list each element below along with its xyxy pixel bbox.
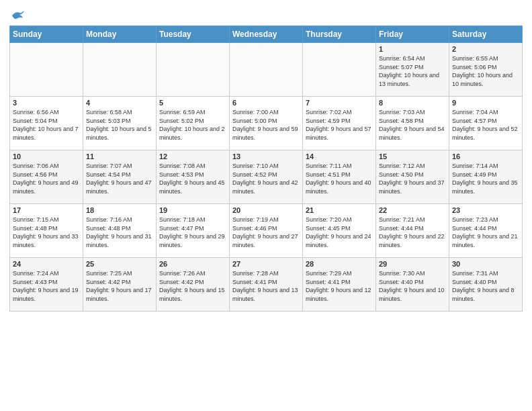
calendar-cell: 15Sunrise: 7:12 AM Sunset: 4:50 PM Dayli… — [376, 150, 449, 204]
day-info: Sunrise: 7:18 AM Sunset: 4:47 PM Dayligh… — [159, 216, 226, 249]
day-number: 20 — [232, 206, 300, 214]
calendar-header-saturday: Saturday — [449, 26, 523, 43]
day-info: Sunrise: 7:12 AM Sunset: 4:50 PM Dayligh… — [379, 162, 446, 195]
calendar-cell: 2Sunrise: 6:55 AM Sunset: 5:06 PM Daylig… — [449, 43, 523, 97]
calendar-cell: 7Sunrise: 7:02 AM Sunset: 4:59 PM Daylig… — [303, 97, 376, 150]
day-info: Sunrise: 7:29 AM Sunset: 4:41 PM Dayligh… — [306, 269, 373, 303]
calendar-cell: 17Sunrise: 7:15 AM Sunset: 4:48 PM Dayli… — [10, 204, 83, 258]
calendar-cell: 4Sunrise: 6:58 AM Sunset: 5:03 PM Daylig… — [83, 97, 157, 150]
calendar-week-3: 10Sunrise: 7:06 AM Sunset: 4:56 PM Dayli… — [10, 150, 523, 204]
day-info: Sunrise: 7:31 AM Sunset: 4:40 PM Dayligh… — [452, 269, 519, 303]
calendar-cell: 10Sunrise: 7:06 AM Sunset: 4:56 PM Dayli… — [10, 150, 83, 204]
calendar-cell: 14Sunrise: 7:11 AM Sunset: 4:51 PM Dayli… — [303, 150, 376, 204]
day-number: 6 — [232, 99, 300, 107]
page: SundayMondayTuesdayWednesdayThursdayFrid… — [0, 0, 532, 411]
calendar-week-2: 3Sunrise: 6:56 AM Sunset: 5:04 PM Daylig… — [10, 97, 523, 150]
calendar-cell: 24Sunrise: 7:24 AM Sunset: 4:43 PM Dayli… — [10, 258, 83, 312]
calendar-cell: 12Sunrise: 7:08 AM Sunset: 4:53 PM Dayli… — [157, 150, 230, 204]
day-number: 18 — [86, 206, 153, 214]
day-number: 7 — [306, 99, 373, 107]
day-number: 23 — [452, 206, 519, 214]
day-info: Sunrise: 6:55 AM Sunset: 5:06 PM Dayligh… — [452, 54, 519, 88]
calendar-header-wednesday: Wednesday — [230, 26, 303, 43]
calendar-week-1: 1Sunrise: 6:54 AM Sunset: 5:07 PM Daylig… — [10, 43, 523, 97]
calendar-cell — [83, 43, 157, 97]
calendar: SundayMondayTuesdayWednesdayThursdayFrid… — [9, 26, 523, 312]
day-info: Sunrise: 7:02 AM Sunset: 4:59 PM Dayligh… — [306, 108, 373, 142]
calendar-cell: 20Sunrise: 7:19 AM Sunset: 4:46 PM Dayli… — [230, 204, 303, 258]
day-info: Sunrise: 7:23 AM Sunset: 4:44 PM Dayligh… — [452, 216, 519, 249]
calendar-cell: 16Sunrise: 7:14 AM Sunset: 4:49 PM Dayli… — [449, 150, 523, 204]
day-number: 25 — [86, 260, 153, 268]
calendar-week-4: 17Sunrise: 7:15 AM Sunset: 4:48 PM Dayli… — [10, 204, 523, 258]
day-number: 5 — [159, 99, 226, 107]
day-number: 15 — [379, 152, 446, 161]
day-info: Sunrise: 7:03 AM Sunset: 4:58 PM Dayligh… — [379, 108, 446, 142]
day-number: 10 — [13, 152, 80, 161]
day-number: 30 — [452, 260, 519, 268]
calendar-week-5: 24Sunrise: 7:24 AM Sunset: 4:43 PM Dayli… — [10, 258, 523, 312]
calendar-cell: 11Sunrise: 7:07 AM Sunset: 4:54 PM Dayli… — [83, 150, 157, 204]
calendar-cell: 13Sunrise: 7:10 AM Sunset: 4:52 PM Dayli… — [230, 150, 303, 204]
day-info: Sunrise: 6:54 AM Sunset: 5:07 PM Dayligh… — [379, 54, 446, 88]
calendar-header-tuesday: Tuesday — [157, 26, 230, 43]
day-number: 28 — [306, 260, 373, 268]
day-info: Sunrise: 7:19 AM Sunset: 4:46 PM Dayligh… — [232, 216, 300, 249]
day-info: Sunrise: 7:07 AM Sunset: 4:54 PM Dayligh… — [86, 162, 153, 195]
calendar-cell: 3Sunrise: 6:56 AM Sunset: 5:04 PM Daylig… — [10, 97, 83, 150]
day-info: Sunrise: 7:00 AM Sunset: 5:00 PM Dayligh… — [232, 108, 300, 142]
day-info: Sunrise: 7:28 AM Sunset: 4:41 PM Dayligh… — [232, 269, 300, 303]
day-number: 26 — [159, 260, 226, 268]
day-number: 8 — [379, 99, 446, 107]
calendar-header-sunday: Sunday — [10, 26, 83, 43]
day-info: Sunrise: 7:16 AM Sunset: 4:48 PM Dayligh… — [86, 216, 153, 249]
day-number: 14 — [306, 152, 373, 161]
day-info: Sunrise: 7:24 AM Sunset: 4:43 PM Dayligh… — [13, 269, 80, 303]
calendar-cell: 18Sunrise: 7:16 AM Sunset: 4:48 PM Dayli… — [83, 204, 157, 258]
day-info: Sunrise: 7:11 AM Sunset: 4:51 PM Dayligh… — [306, 162, 373, 195]
day-number: 27 — [232, 260, 300, 268]
day-number: 19 — [159, 206, 226, 214]
day-info: Sunrise: 7:21 AM Sunset: 4:44 PM Dayligh… — [379, 216, 446, 249]
logo — [9, 9, 26, 21]
calendar-header-friday: Friday — [376, 26, 449, 43]
day-number: 3 — [13, 99, 80, 107]
day-number: 13 — [232, 152, 300, 161]
day-info: Sunrise: 7:26 AM Sunset: 4:42 PM Dayligh… — [159, 269, 226, 303]
day-info: Sunrise: 7:14 AM Sunset: 4:49 PM Dayligh… — [452, 162, 519, 195]
calendar-cell: 28Sunrise: 7:29 AM Sunset: 4:41 PM Dayli… — [303, 258, 376, 312]
calendar-cell: 8Sunrise: 7:03 AM Sunset: 4:58 PM Daylig… — [376, 97, 449, 150]
day-info: Sunrise: 7:06 AM Sunset: 4:56 PM Dayligh… — [13, 162, 80, 195]
day-number: 12 — [159, 152, 226, 161]
day-number: 1 — [379, 45, 446, 53]
calendar-cell: 27Sunrise: 7:28 AM Sunset: 4:41 PM Dayli… — [230, 258, 303, 312]
calendar-cell: 19Sunrise: 7:18 AM Sunset: 4:47 PM Dayli… — [157, 204, 230, 258]
day-info: Sunrise: 7:20 AM Sunset: 4:45 PM Dayligh… — [306, 216, 373, 249]
day-info: Sunrise: 7:25 AM Sunset: 4:42 PM Dayligh… — [86, 269, 153, 303]
calendar-header-monday: Monday — [83, 26, 157, 43]
calendar-cell: 30Sunrise: 7:31 AM Sunset: 4:40 PM Dayli… — [449, 258, 523, 312]
logo-bird-icon — [11, 9, 26, 21]
calendar-header-row: SundayMondayTuesdayWednesdayThursdayFrid… — [10, 26, 523, 43]
day-info: Sunrise: 6:58 AM Sunset: 5:03 PM Dayligh… — [86, 108, 153, 142]
calendar-cell: 29Sunrise: 7:30 AM Sunset: 4:40 PM Dayli… — [376, 258, 449, 312]
day-number: 22 — [379, 206, 446, 214]
day-number: 11 — [86, 152, 153, 161]
calendar-cell: 22Sunrise: 7:21 AM Sunset: 4:44 PM Dayli… — [376, 204, 449, 258]
calendar-cell: 5Sunrise: 6:59 AM Sunset: 5:02 PM Daylig… — [157, 97, 230, 150]
day-number: 17 — [13, 206, 80, 214]
day-number: 29 — [379, 260, 446, 268]
logo-text — [9, 9, 26, 21]
header — [9, 7, 523, 21]
day-info: Sunrise: 7:10 AM Sunset: 4:52 PM Dayligh… — [232, 162, 300, 195]
calendar-cell — [157, 43, 230, 97]
calendar-cell: 21Sunrise: 7:20 AM Sunset: 4:45 PM Dayli… — [303, 204, 376, 258]
day-number: 2 — [452, 45, 519, 53]
day-info: Sunrise: 7:15 AM Sunset: 4:48 PM Dayligh… — [13, 216, 80, 249]
day-number: 24 — [13, 260, 80, 268]
day-number: 9 — [452, 99, 519, 107]
day-number: 16 — [452, 152, 519, 161]
day-number: 4 — [86, 99, 153, 107]
calendar-cell: 26Sunrise: 7:26 AM Sunset: 4:42 PM Dayli… — [157, 258, 230, 312]
day-info: Sunrise: 7:04 AM Sunset: 4:57 PM Dayligh… — [452, 108, 519, 142]
